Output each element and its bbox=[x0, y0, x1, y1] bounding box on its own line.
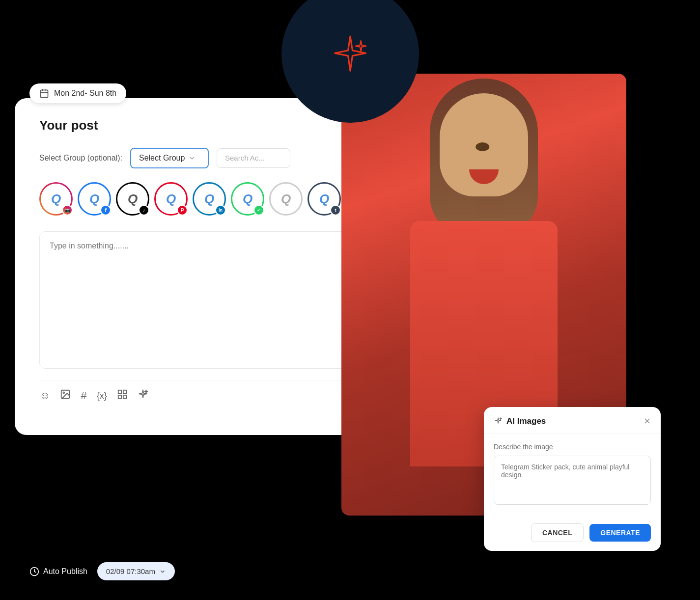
instagram-q: Q bbox=[51, 191, 61, 207]
emoji-icon[interactable]: ☺ bbox=[39, 389, 50, 402]
auto-publish-text: Auto Publish bbox=[43, 567, 87, 576]
hashtag-icon[interactable]: # bbox=[81, 389, 86, 402]
svg-rect-0 bbox=[41, 90, 48, 97]
select-group-value: Select Group bbox=[139, 154, 185, 163]
svg-point-5 bbox=[63, 392, 65, 393]
facebook-q: Q bbox=[89, 191, 99, 207]
date-pill[interactable]: Mon 2nd- Sun 8th bbox=[29, 83, 126, 103]
scene: Mon 2nd- Sun 8th Your post ft Saved Sele… bbox=[0, 0, 700, 600]
linkedin-q: Q bbox=[204, 191, 214, 207]
ai-panel-title: AI Images bbox=[494, 416, 546, 426]
auto-publish-icon bbox=[29, 567, 39, 576]
whatsapp-badge: ✓ bbox=[253, 205, 264, 216]
svg-rect-8 bbox=[118, 395, 121, 398]
social-icon-facebook[interactable]: Q f bbox=[78, 182, 112, 217]
social-icon-linkedin[interactable]: Q in bbox=[193, 182, 227, 217]
ai-sparkle-icon bbox=[494, 417, 503, 426]
auto-publish-label: Auto Publish bbox=[29, 567, 87, 576]
select-group-label: Select Group (optional): bbox=[39, 154, 122, 163]
ai-panel-header: AI Images ✕ bbox=[484, 407, 661, 434]
grid-icon[interactable] bbox=[117, 389, 128, 403]
describe-label: Describe the image bbox=[494, 443, 651, 451]
linkedin-badge: in bbox=[215, 205, 226, 216]
tiktok-badge: ♪ bbox=[139, 205, 149, 216]
social-icon-pinterest[interactable]: Q P bbox=[154, 182, 189, 217]
extra-q: Q bbox=[281, 191, 291, 207]
instagram-badge: 📷 bbox=[62, 205, 73, 216]
your-post-title: Your post bbox=[39, 118, 98, 133]
datetime-value: 02/09 07:30am bbox=[106, 567, 155, 575]
ai-panel-footer: CANCEL GENERATE bbox=[484, 517, 661, 551]
social-icon-instagram[interactable]: Q 📷 bbox=[39, 182, 74, 217]
svg-rect-9 bbox=[123, 395, 126, 398]
facebook-badge: f bbox=[100, 205, 111, 216]
tiktok-q: Q bbox=[128, 191, 138, 207]
image-icon[interactable] bbox=[60, 389, 71, 403]
ai-panel-close-button[interactable]: ✕ bbox=[644, 416, 651, 427]
describe-textarea[interactable] bbox=[494, 456, 651, 505]
tumblr-badge: t bbox=[330, 205, 341, 216]
generate-button[interactable]: GENERATE bbox=[589, 524, 651, 542]
ai-panel-body: Describe the image bbox=[484, 434, 661, 517]
whatsapp-q: Q bbox=[243, 191, 252, 207]
sparkle-icon bbox=[328, 32, 372, 76]
social-icon-tiktok[interactable]: Q ♪ bbox=[116, 182, 150, 217]
svg-rect-7 bbox=[123, 390, 126, 393]
pinterest-q: Q bbox=[166, 191, 176, 207]
tumblr-q: Q bbox=[319, 191, 329, 207]
chevron-down-icon bbox=[189, 155, 196, 162]
variable-icon[interactable]: {x} bbox=[97, 391, 107, 401]
datetime-pill[interactable]: 02/09 07:30am bbox=[97, 562, 175, 580]
ai-images-panel: AI Images ✕ Describe the image CANCEL GE… bbox=[484, 407, 661, 551]
select-group-dropdown[interactable]: Select Group bbox=[130, 148, 209, 168]
publish-row: Auto Publish 02/09 07:30am bbox=[29, 562, 175, 580]
calendar-icon bbox=[39, 88, 49, 98]
ai-panel-title-text: AI Images bbox=[506, 416, 546, 426]
svg-rect-6 bbox=[118, 390, 121, 393]
search-accounts-input[interactable]: Search Ac... bbox=[217, 148, 290, 168]
dropdown-chevron-icon bbox=[159, 568, 166, 575]
social-icon-tumblr[interactable]: Q t bbox=[308, 182, 342, 217]
search-placeholder: Search Ac... bbox=[225, 154, 265, 162]
social-icon-extra[interactable]: Q bbox=[269, 182, 304, 217]
date-range-label: Mon 2nd- Sun 8th bbox=[54, 89, 116, 98]
cancel-button[interactable]: CANCEL bbox=[531, 523, 584, 542]
pinterest-badge: P bbox=[177, 205, 188, 216]
ai-sparkle-toolbar-icon[interactable] bbox=[138, 389, 148, 403]
social-icon-whatsapp[interactable]: Q ✓ bbox=[231, 182, 265, 217]
